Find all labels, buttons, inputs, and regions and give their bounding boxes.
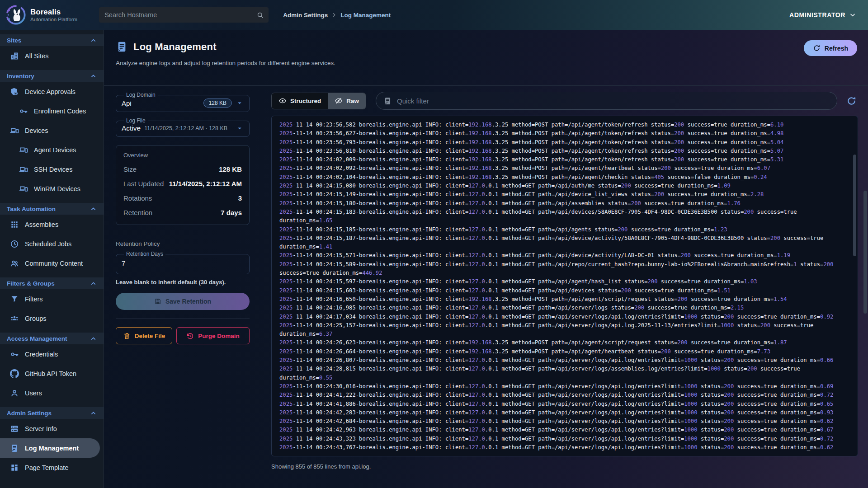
sidebar-item-github-api-token[interactable]: GitHub API Token	[0, 364, 104, 383]
sidebar-section-admin-settings[interactable]: Admin Settings	[0, 407, 104, 419]
sidebar-item-community-content[interactable]: Community Content	[0, 253, 104, 273]
sidebar-item-device-approvals[interactable]: Device Approvals	[0, 82, 104, 101]
log-line: 2025-11-14 00:24:41,222-borealis.engine.…	[279, 391, 845, 399]
devices-icon	[19, 184, 28, 193]
breadcrumb-log-management[interactable]: Log Management	[340, 12, 391, 19]
user-menu-label: ADMINISTRATOR	[789, 11, 845, 19]
main-content: Log Management Analyze engine logs and a…	[104, 30, 868, 488]
chevron-up-icon	[90, 410, 97, 417]
view-mode-toggle: Structured Raw	[271, 93, 366, 109]
structured-mode-button[interactable]: Structured	[272, 93, 328, 109]
trash-icon	[123, 332, 131, 340]
log-line: 2025-11-14 00:24:15,149-borealis.engine.…	[279, 190, 845, 199]
reload-log-button[interactable]	[844, 94, 858, 108]
user-menu[interactable]: ADMINISTRATOR	[789, 11, 868, 19]
sidebar-section-task-automation[interactable]: Task Automation	[0, 203, 104, 215]
save-retention-button[interactable]: Save Retention	[116, 293, 250, 310]
chevron-up-icon	[90, 206, 97, 212]
caret-down-icon	[236, 99, 244, 107]
brand[interactable]: Borealis Automation Platform	[5, 5, 77, 25]
log-line: 2025-11-14 00:24:15,571-borealis.engine.…	[279, 251, 845, 260]
page-head: Log Management Analyze engine logs and a…	[104, 30, 868, 86]
sidebar-section-filters-groups[interactable]: Filters & Groups	[0, 277, 104, 289]
top-bar: Borealis Automation Platform Admin Setti…	[0, 0, 868, 30]
sidebar-section-access-management[interactable]: Access Management	[0, 333, 104, 344]
log-output: 2025-11-14 00:23:56,582-borealis.engine.…	[279, 121, 845, 452]
log-tools-panel: Log Domain Api 128 KB Log File Active 11…	[116, 92, 250, 470]
log-line: 2025-11-14 00:24:42,963-borealis.engine.…	[279, 426, 845, 434]
refresh-button[interactable]: Refresh	[804, 40, 857, 56]
key-icon	[10, 350, 19, 359]
page-scrollbar[interactable]	[863, 191, 867, 314]
log-file-meta: 11/14/2025, 2:12:12 AM · 128 KB	[144, 125, 232, 131]
sidebar-item-groups[interactable]: Groups	[0, 309, 104, 328]
overview-row-rotations: Rotations3	[123, 194, 242, 202]
hostname-search[interactable]	[99, 7, 269, 23]
sidebar-item-all-sites[interactable]: All Sites	[0, 46, 104, 66]
log-viewer: Structured Raw	[271, 92, 858, 470]
sidebar-item-ssh-devices[interactable]: SSH Devices	[0, 160, 104, 179]
log-line: 2025-11-14 00:24:30,016-borealis.engine.…	[279, 382, 845, 391]
sidebar-item-enrollment-codes[interactable]: Enrollment Codes	[0, 101, 104, 121]
log-line: 2025-11-14 00:24:26,807-borealis.engine.…	[279, 356, 845, 365]
raw-mode-button[interactable]: Raw	[328, 93, 366, 109]
sidebar-item-log-management[interactable]: Log Management	[0, 438, 100, 458]
breadcrumb-admin-settings[interactable]: Admin Settings	[283, 12, 328, 19]
quick-filter-input[interactable]	[397, 97, 830, 105]
retention-days-input[interactable]	[122, 258, 244, 270]
sidebar-item-assemblies[interactable]: Assemblies	[0, 215, 104, 234]
retention-days-field[interactable]: Retention Days	[116, 251, 250, 274]
overview-row-retention: Retention7 days	[123, 209, 242, 216]
hostname-search-input[interactable]	[104, 11, 256, 19]
building-icon	[10, 52, 19, 61]
log-line: 2025-11-14 00:24:02,092-borealis.engine.…	[279, 164, 845, 173]
sidebar-item-server-info[interactable]: Server Info	[0, 419, 104, 438]
people-icon	[10, 259, 19, 268]
blocks-icon	[10, 463, 19, 472]
caret-down-icon	[236, 124, 244, 132]
github-icon	[10, 369, 19, 378]
overview-row-size: Size128 KB	[123, 165, 242, 173]
sidebar-item-page-template[interactable]: Page Template	[0, 458, 104, 477]
group-icon	[10, 314, 19, 323]
log-domain-value: Api	[122, 99, 200, 107]
sidebar-section-inventory[interactable]: Inventory	[0, 70, 104, 82]
sidebar-item-agent-devices[interactable]: Agent Devices	[0, 140, 104, 160]
refresh-icon	[813, 44, 821, 52]
log-file-select[interactable]: Log File Active 11/14/2025, 2:12:12 AM ·…	[116, 117, 250, 137]
sidebar-item-devices[interactable]: Devices	[0, 121, 104, 140]
log-panel-scrollbar[interactable]	[853, 155, 856, 256]
log-line: 2025-11-14 00:24:43,767-borealis.engine.…	[279, 443, 845, 452]
log-icon	[383, 97, 392, 105]
key-icon	[19, 107, 28, 116]
log-file-value: Active	[122, 124, 141, 132]
log-domain-select[interactable]: Log Domain Api 128 KB	[116, 92, 250, 112]
eye-icon	[278, 97, 287, 105]
devices-icon	[19, 145, 28, 155]
tools-divider	[116, 319, 250, 319]
shield-icon	[10, 87, 19, 96]
purge-domain-button[interactable]: Purge Domain	[176, 327, 250, 344]
devices-icon	[19, 165, 28, 174]
brand-subtitle: Automation Platform	[30, 17, 77, 22]
overview-card: Overview Size128 KBLast Updated11/14/202…	[116, 145, 250, 225]
sidebar-item-users[interactable]: Users	[0, 383, 104, 403]
quick-filter[interactable]	[376, 92, 837, 110]
sidebar-section-sites[interactable]: Sites	[0, 34, 104, 46]
borealis-rabbit-logo-icon	[5, 5, 26, 25]
chevron-down-icon	[849, 11, 856, 19]
log-line: 2025-11-14 00:24:16,985-borealis.engine.…	[279, 304, 845, 312]
sidebar-item-scheduled-jobs[interactable]: Scheduled Jobs	[0, 234, 104, 253]
retention-helper-text: Leave blank to inherit default (30 days)…	[116, 279, 250, 286]
log-line: 2025-11-14 00:24:42,684-borealis.engine.…	[279, 417, 845, 426]
log-line: 2025-11-14 00:24:17,034-borealis.engine.…	[279, 313, 845, 321]
sidebar-item-filters[interactable]: Filters	[0, 289, 104, 309]
sidebar-item-credentials[interactable]: Credentials	[0, 344, 104, 364]
history-icon	[186, 332, 194, 340]
sidebar-item-winrm-devices[interactable]: WinRM Devices	[0, 179, 104, 198]
log-line: 2025-11-14 00:24:15,597-borealis.engine.…	[279, 277, 845, 286]
delete-file-button[interactable]: Delete File	[116, 327, 172, 344]
overview-rows: Size128 KBLast Updated11/14/2025, 2:12:1…	[123, 165, 242, 216]
chevron-up-icon	[90, 280, 97, 287]
brand-title: Borealis	[30, 8, 77, 17]
